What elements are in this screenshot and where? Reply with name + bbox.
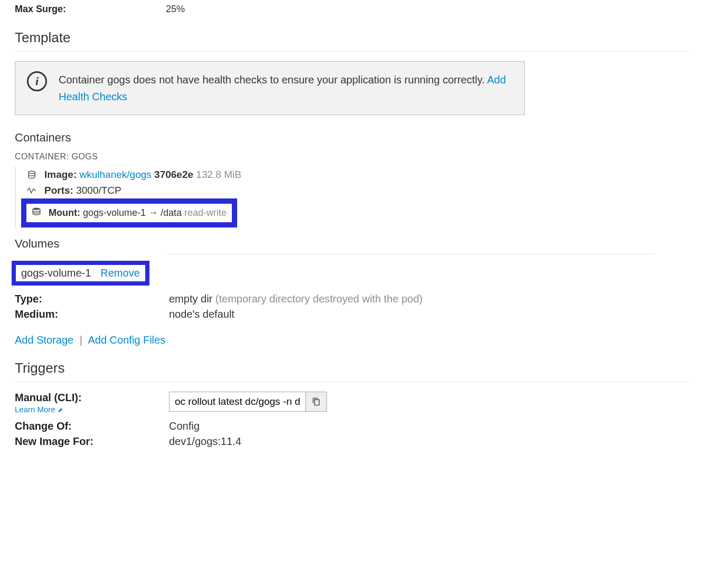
new-image-for-label: New Image For: — [15, 435, 169, 448]
mount-label: Mount: — [49, 207, 80, 218]
image-icon — [26, 170, 37, 179]
learn-more-link[interactable]: Learn More ⬈ — [15, 405, 63, 414]
change-of-value: Config — [169, 420, 200, 432]
volume-type-label: Type: — [15, 293, 169, 305]
manual-cli-row: Manual (CLI): Learn More ⬈ — [15, 392, 689, 414]
health-check-alert: i Container gogs does not have health ch… — [15, 61, 525, 115]
copy-button[interactable] — [306, 392, 327, 412]
volume-type-note: (temporary directory destroyed with the … — [215, 293, 423, 305]
volume-name: gogs-volume-1 — [21, 267, 91, 279]
volumes-divider — [168, 254, 654, 254]
mount-highlight: Mount: gogs-volume-1 → /data read-write — [21, 198, 237, 227]
volume-type-value: empty dir — [169, 293, 212, 305]
add-config-files-link[interactable]: Add Config Files — [88, 334, 165, 346]
new-image-for-row: New Image For: dev1/gogs:11.4 — [15, 435, 689, 448]
info-icon: i — [27, 71, 47, 91]
triggers-heading: Triggers — [15, 360, 689, 376]
volume-medium-value: node's default — [169, 308, 234, 320]
template-divider — [15, 51, 689, 52]
container-name-label: CONTAINER: GOGS — [15, 152, 689, 162]
change-of-row: Change Of: Config — [15, 420, 689, 432]
template-heading: Template — [15, 30, 689, 46]
mount-icon — [30, 207, 41, 219]
max-unavailable-label: Max Unavailable: — [15, 0, 166, 1]
image-label: Image: — [44, 169, 77, 180]
ports-icon — [26, 187, 37, 194]
max-unavailable-row: Max Unavailable: 25% — [15, 0, 689, 1]
triggers-divider — [15, 382, 689, 382]
external-link-icon: ⬈ — [58, 406, 63, 414]
ports-label: Ports: — [44, 185, 73, 196]
mount-row: Mount: gogs-volume-1 → /data read-write — [49, 207, 227, 219]
containers-heading: Containers — [15, 131, 689, 145]
volume-type-row: Type: empty dir (temporary directory des… — [15, 293, 689, 305]
mount-mode: read-write — [184, 207, 227, 218]
alert-text: Container gogs does not have health chec… — [59, 71, 513, 105]
volume-medium-row: Medium: node's default — [15, 308, 689, 320]
manual-cli-label: Manual (CLI): — [15, 392, 169, 404]
max-surge-value: 25% — [166, 4, 185, 15]
add-storage-link[interactable]: Add Storage — [15, 334, 73, 346]
change-of-label: Change Of: — [15, 420, 169, 432]
image-link[interactable]: wkulhanek/gogs — [80, 169, 152, 180]
max-surge-label: Max Surge: — [15, 4, 166, 15]
ports-row: Ports: 3000/TCP — [16, 183, 689, 198]
image-rev: 3706e2e — [154, 169, 193, 180]
max-surge-row: Max Surge: 25% — [15, 4, 689, 15]
new-image-for-value: dev1/gogs:11.4 — [169, 435, 241, 448]
volumes-heading: Volumes — [15, 237, 689, 251]
remove-volume-link[interactable]: Remove — [100, 267, 139, 279]
mount-value: gogs-volume-1 → /data — [83, 207, 182, 218]
volume-actions: Add Storage | Add Config Files — [15, 334, 689, 346]
image-row: Image: wkulhanek/gogs 3706e2e 132.8 MiB — [16, 167, 689, 183]
image-size: 132.8 MiB — [196, 169, 241, 180]
copy-icon — [312, 397, 321, 406]
alert-message: Container gogs does not have health chec… — [59, 74, 485, 86]
svg-point-1 — [33, 208, 40, 211]
max-unavailable-value: 25% — [166, 0, 185, 1]
svg-point-0 — [29, 171, 35, 174]
ports-value: 3000/TCP — [76, 185, 121, 196]
container-details: Image: wkulhanek/gogs 3706e2e 132.8 MiB … — [15, 167, 689, 227]
separator: | — [80, 334, 82, 346]
volume-item-header: gogs-volume-1 Remove — [12, 261, 149, 286]
cli-command-input[interactable] — [169, 392, 306, 412]
volume-medium-label: Medium: — [15, 308, 169, 320]
